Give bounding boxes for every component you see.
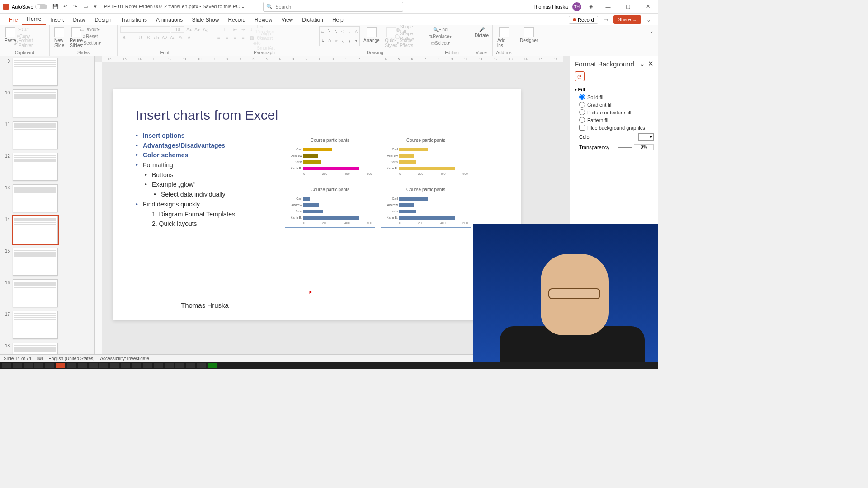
tab-dictation[interactable]: Dictation bbox=[297, 15, 328, 25]
qat-more-icon[interactable]: ▾ bbox=[92, 3, 99, 10]
taskbar-item[interactable] bbox=[208, 363, 217, 368]
tab-transitions[interactable]: Transitions bbox=[116, 15, 151, 25]
taskbar-item[interactable] bbox=[154, 363, 163, 368]
taskbar-item[interactable] bbox=[56, 363, 65, 368]
thumbnail-slide-13[interactable]: 13 bbox=[2, 184, 91, 212]
tab-record[interactable]: Record bbox=[223, 15, 250, 25]
accessibility-label[interactable]: Accessibility: Investigate bbox=[100, 356, 149, 361]
present-icon[interactable]: ▭ bbox=[602, 16, 609, 23]
tab-review[interactable]: Review bbox=[250, 15, 277, 25]
taskbar-item[interactable] bbox=[186, 363, 195, 368]
indent-dec-button[interactable]: ⇤ bbox=[231, 26, 239, 33]
windows-taskbar[interactable] bbox=[0, 362, 658, 369]
smartart-button[interactable]: ◈ Convert to SmartArt bbox=[260, 40, 268, 46]
tab-draw[interactable]: Draw bbox=[68, 15, 90, 25]
tab-home[interactable]: Home bbox=[22, 14, 46, 25]
thumbnail-slide-11[interactable]: 11 bbox=[2, 121, 91, 149]
chart-3[interactable]: Course participantsCarlAndrewKarinKarin … bbox=[285, 184, 375, 228]
start-button[interactable] bbox=[2, 363, 11, 368]
share-button[interactable]: Share ⌄ bbox=[613, 15, 641, 24]
font-color-button[interactable]: A bbox=[185, 34, 193, 41]
record-button[interactable]: Record bbox=[569, 16, 598, 24]
taskbar-item[interactable] bbox=[132, 363, 141, 368]
picture-fill-radio[interactable]: Picture or texture fill bbox=[575, 108, 654, 116]
case-button[interactable]: Aa bbox=[169, 34, 176, 41]
slide-canvas[interactable]: Insert charts from Excel Insert options … bbox=[113, 89, 521, 320]
taskbar-item[interactable] bbox=[121, 363, 130, 368]
numbering-button[interactable]: 1≔ bbox=[223, 26, 231, 33]
thumbnail-preview[interactable] bbox=[13, 343, 58, 354]
addins-button[interactable]: Add-ins bbox=[495, 26, 512, 49]
thumbnail-preview[interactable] bbox=[13, 89, 58, 117]
find-button[interactable]: 🔍 Find bbox=[437, 26, 444, 33]
decrease-font-icon[interactable]: A▾ bbox=[193, 26, 201, 33]
designer-button[interactable]: Designer bbox=[518, 26, 540, 44]
spacing-button[interactable]: AV bbox=[161, 34, 168, 41]
underline-button[interactable]: U bbox=[137, 34, 144, 41]
strike-button[interactable]: S bbox=[145, 34, 152, 41]
arrange-button[interactable]: Arrange bbox=[362, 26, 382, 44]
section-button[interactable]: ☰ Section ▾ bbox=[86, 40, 94, 46]
solid-fill-radio[interactable]: Solid fill bbox=[575, 93, 654, 101]
reset-button[interactable]: ↺ Reset bbox=[86, 33, 94, 39]
chart-2[interactable]: Course participantsCarlAndrewKarinKarin … bbox=[381, 135, 471, 178]
chart-4[interactable]: Course participantsCarlAndrewKarinKarin … bbox=[381, 184, 471, 228]
font-family-select[interactable] bbox=[120, 26, 170, 33]
redo-icon[interactable]: ↷ bbox=[72, 3, 79, 10]
thumbnail-preview[interactable] bbox=[13, 311, 58, 339]
taskbar-item[interactable] bbox=[89, 363, 98, 368]
close-button[interactable]: ✕ bbox=[640, 0, 656, 13]
thumbnail-slide-18[interactable]: 18 bbox=[2, 343, 91, 354]
color-picker-button[interactable]: ▾ bbox=[638, 133, 654, 141]
embedded-charts[interactable]: Course participantsCarlAndrewKarinKarin … bbox=[285, 135, 471, 228]
tab-help[interactable]: Help bbox=[328, 15, 348, 25]
fill-section-header[interactable]: Fill bbox=[575, 86, 654, 93]
thumbnail-slide-14[interactable]: 14 bbox=[2, 216, 91, 244]
spellcheck-icon[interactable]: ⌨ bbox=[37, 356, 43, 361]
indent-inc-button[interactable]: ⇥ bbox=[240, 26, 247, 33]
align-right-button[interactable]: ≡ bbox=[231, 34, 239, 41]
bold-button[interactable]: B bbox=[120, 34, 127, 41]
transparency-input[interactable] bbox=[634, 144, 654, 150]
dictate-button[interactable]: 🎤Dictate bbox=[473, 26, 491, 39]
undo-icon[interactable]: ↶ bbox=[62, 3, 69, 10]
replace-button[interactable]: ⇅ Replace ▾ bbox=[437, 33, 444, 39]
thumbnail-preview[interactable] bbox=[13, 121, 58, 149]
taskbar-item[interactable] bbox=[13, 363, 22, 368]
new-slide-button[interactable]: New Slide bbox=[52, 26, 66, 49]
cut-button[interactable]: ✂ Cut bbox=[20, 26, 27, 33]
taskbar-item[interactable] bbox=[143, 363, 152, 368]
toggle-switch-icon[interactable] bbox=[35, 4, 47, 9]
slide-thumbnails-panel[interactable]: 9101112131415161718 bbox=[0, 56, 95, 354]
thumbnail-slide-17[interactable]: 17 bbox=[2, 311, 91, 339]
layout-button[interactable]: ▭ Layout ▾ bbox=[86, 26, 94, 33]
pane-chevron-icon[interactable]: ⌄ bbox=[639, 60, 645, 68]
select-button[interactable]: ▭ Select ▾ bbox=[437, 40, 444, 46]
thumbnail-slide-15[interactable]: 15 bbox=[2, 248, 91, 276]
taskbar-item[interactable] bbox=[24, 363, 33, 368]
user-avatar[interactable]: TH bbox=[572, 2, 581, 11]
taskbar-item[interactable] bbox=[110, 363, 119, 368]
align-left-button[interactable]: ≡ bbox=[215, 34, 222, 41]
tab-animations[interactable]: Animations bbox=[151, 15, 187, 25]
save-icon[interactable]: 💾 bbox=[52, 3, 59, 10]
taskbar-item[interactable] bbox=[99, 363, 108, 368]
highlight-button[interactable]: ✎ bbox=[177, 34, 184, 41]
fill-section[interactable]: Fill Solid fill Gradient fill Picture or… bbox=[575, 86, 654, 152]
shadow-button[interactable]: ab bbox=[153, 34, 160, 41]
taskbar-item[interactable] bbox=[34, 363, 43, 368]
search-input[interactable]: 🔍 Search bbox=[263, 2, 403, 12]
fill-bucket-icon[interactable]: ◔ bbox=[575, 71, 585, 81]
chart-1[interactable]: Course participantsCarlAndrewKarinKarin … bbox=[285, 135, 375, 178]
tab-view[interactable]: View bbox=[277, 15, 297, 25]
taskbar-item[interactable] bbox=[45, 363, 54, 368]
thumbnail-preview[interactable] bbox=[13, 58, 58, 86]
transparency-slider[interactable] bbox=[618, 147, 632, 148]
thumbnail-slide-9[interactable]: 9 bbox=[2, 58, 91, 86]
clear-format-icon[interactable]: Aᵪ bbox=[202, 26, 209, 33]
increase-font-icon[interactable]: A▴ bbox=[185, 26, 193, 33]
format-painter-button[interactable]: 🖌 Format Painter bbox=[20, 40, 27, 46]
columns-button[interactable]: ▥ bbox=[248, 34, 255, 41]
taskbar-item[interactable] bbox=[165, 363, 174, 368]
thumbnail-preview[interactable] bbox=[13, 279, 58, 307]
